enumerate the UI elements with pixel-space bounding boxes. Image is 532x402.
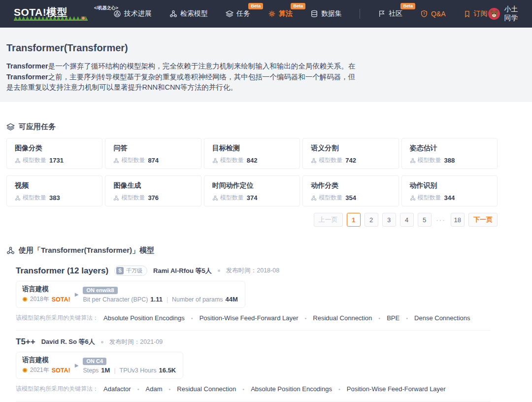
benchmark-card[interactable]: 语言建模 2018年 SOTA! ▶ ON enwik8 Bit per Cha… [16, 281, 245, 308]
task-model-count: 模型数量 383 [15, 194, 94, 202]
task-card[interactable]: 动作分类 模型数量 354 [302, 175, 399, 206]
page-ellipsis[interactable]: ··· [435, 216, 447, 224]
section-title: 使用「Transformer(Transformer)」模型 [19, 246, 154, 255]
main-nav: 技术进展 检索模型 任务 Beta 算法 Beta 数据集 社区 Beta ? [113, 9, 488, 19]
count-value: 376 [148, 194, 159, 201]
molecule-icon [410, 158, 416, 164]
algorithm-link[interactable]: Adam [131, 385, 163, 393]
beta-badge: Beta [400, 3, 415, 9]
count-label: 模型数量 [220, 156, 244, 165]
dataset-badge[interactable]: ON C4 [83, 358, 106, 365]
model-name[interactable]: T5++ [16, 337, 35, 347]
nav-item-tasks[interactable]: 任务 Beta [226, 9, 250, 18]
nav-label: 订阅 [474, 9, 488, 18]
task-card[interactable]: 目标检测 模型数量 842 [204, 138, 300, 169]
section-title: 可应用任务 [19, 122, 56, 132]
count-value: 1731 [49, 157, 64, 164]
benchmark-card[interactable]: 语言建模 2021年 SOTA! ▶ ON C4 Steps 1M | TPUv… [16, 352, 183, 379]
algorithm-link[interactable]: Adafactor [103, 385, 131, 393]
medal-icon [22, 368, 28, 373]
dataset-badge[interactable]: ON enwik8 [83, 287, 117, 294]
task-model-count: 模型数量 742 [311, 156, 390, 165]
molecule-icon [6, 246, 15, 255]
prev-page-button[interactable]: 上一页 [314, 213, 343, 227]
last-page-button[interactable]: 18 [451, 213, 465, 227]
desc-bold-term: Transformer [6, 73, 48, 81]
nav-item-tech-progress[interactable]: 技术进展 [113, 9, 152, 18]
algorithm-link[interactable]: Absolute Position Encodings [236, 385, 332, 393]
user-avatar [488, 7, 500, 20]
layers-icon [226, 10, 233, 18]
compass-icon [113, 10, 121, 18]
task-name: 动作分类 [311, 181, 390, 190]
count-value: 874 [148, 157, 159, 164]
model-name[interactable]: Transformer (12 layers) [16, 266, 108, 276]
count-value: 374 [247, 194, 258, 201]
molecule-icon [311, 195, 317, 201]
algorithm-link[interactable]: Residual Connection [299, 314, 372, 322]
count-label: 模型数量 [220, 194, 244, 202]
task-card[interactable]: 动作识别 模型数量 344 [401, 175, 498, 206]
algorithm-link[interactable]: Absolute Position Encodings [103, 314, 185, 322]
key-algorithms-row: 该模型架构所采用的关键算法： Absolute Position Encodin… [16, 314, 491, 322]
task-card[interactable]: 图像分类 模型数量 1731 [6, 138, 102, 169]
molecule-icon [113, 195, 119, 201]
task-name: 时间动作定位 [212, 181, 292, 190]
task-model-count: 模型数量 842 [212, 156, 292, 165]
page-number-button[interactable]: 5 [418, 213, 432, 227]
key-algorithms-row: 该模型架构所采用的关键算法： AdafactorAdamResidual Con… [16, 385, 491, 393]
task-model-count: 模型数量 344 [410, 194, 489, 202]
algorithm-link[interactable]: Residual Connection [162, 385, 236, 393]
count-label: 模型数量 [23, 194, 46, 202]
desc-bold-term: Transformer [6, 62, 48, 70]
sota-year: 2021年 [30, 366, 49, 374]
molecule-icon [311, 158, 317, 164]
task-card[interactable]: 图像生成 模型数量 376 [105, 175, 201, 206]
page-number-button[interactable]: 1 [347, 213, 361, 227]
page-title: Transformer(Transformer) [6, 42, 526, 54]
molecule-icon [169, 10, 177, 18]
bookmark-icon [464, 10, 471, 18]
page-number-button[interactable]: 3 [382, 213, 396, 227]
nav-item-search-models[interactable]: 检索模型 [169, 9, 208, 18]
molecule-icon [15, 195, 21, 201]
svg-text:?: ? [423, 12, 425, 15]
count-value: 344 [444, 194, 455, 201]
entry-divider [16, 401, 491, 402]
chevron-right-icon: ▶ [75, 292, 79, 297]
nav-label: 技术进展 [124, 9, 152, 18]
nav-item-algorithms[interactable]: 算法 Beta [268, 9, 293, 18]
site-logo[interactable]: SOTA!模型 </机器之心> [14, 7, 88, 21]
algorithm-link[interactable]: Dense Connections [399, 314, 470, 322]
nav-item-qa[interactable]: ? Q&A [420, 10, 446, 18]
count-label: 模型数量 [121, 156, 145, 165]
task-card[interactable]: 姿态估计 模型数量 388 [401, 138, 498, 169]
algorithm-link[interactable]: Position-Wise Feed-Forward Layer [185, 314, 299, 322]
nav-item-datasets[interactable]: 数据集 [310, 9, 342, 18]
logo-text: SOTA!模型 [14, 6, 67, 18]
next-page-button[interactable]: 下一页 [468, 213, 498, 227]
task-name: 动作识别 [410, 181, 489, 190]
task-name: 目标检测 [212, 144, 292, 153]
algorithm-link[interactable]: Position-Wise Feed-Forward Layer [332, 385, 446, 393]
model-size-badge: S 千万级 [114, 266, 147, 276]
task-card[interactable]: 视频 模型数量 383 [6, 175, 102, 206]
layers-icon [6, 123, 15, 131]
metric-separator: | [114, 367, 115, 374]
nav-item-subscribe[interactable]: 订阅 [464, 9, 488, 18]
metric-separator: | [166, 296, 168, 303]
meta-dot [218, 269, 220, 272]
task-name: 问答 [113, 144, 193, 153]
page-number-button[interactable]: 2 [365, 213, 378, 227]
task-card[interactable]: 问答 模型数量 874 [105, 138, 201, 169]
algorithm-link[interactable]: BPE [372, 314, 399, 322]
task-model-count: 模型数量 376 [113, 194, 193, 202]
model-publish-date: 发布时间：2018-08 [226, 267, 279, 275]
page-number-button[interactable]: 4 [400, 213, 414, 227]
count-label: 模型数量 [319, 156, 342, 165]
task-card[interactable]: 时间动作定位 模型数量 374 [204, 175, 300, 206]
task-card[interactable]: 语义分割 模型数量 742 [302, 138, 399, 169]
task-name: 图像分类 [15, 144, 94, 153]
user-menu[interactable]: 小土同学 [488, 5, 520, 23]
nav-item-community[interactable]: 社区 Beta [378, 9, 402, 18]
